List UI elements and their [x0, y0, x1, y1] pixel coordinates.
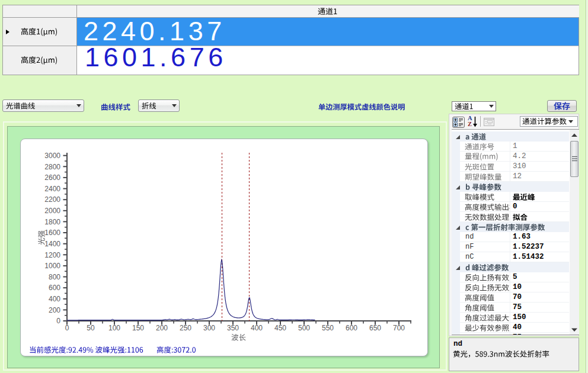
svg-text:100: 100	[108, 324, 120, 332]
svg-text:250: 250	[180, 324, 191, 332]
svg-text:1000: 1000	[44, 262, 60, 270]
svg-text:0: 0	[56, 317, 60, 325]
svg-text:0: 0	[65, 324, 69, 332]
svg-text:2000: 2000	[44, 207, 60, 215]
svg-text:700: 700	[393, 324, 405, 332]
svg-text:450: 450	[274, 324, 286, 332]
svg-text:3000: 3000	[44, 152, 60, 160]
svg-text:200: 200	[49, 306, 60, 314]
svg-text:300: 300	[203, 324, 215, 332]
svg-text:1200: 1200	[44, 251, 60, 259]
svg-text:1400: 1400	[44, 240, 60, 248]
svg-text:550: 550	[322, 324, 334, 332]
svg-text:400: 400	[251, 324, 263, 332]
svg-text:2600: 2600	[44, 173, 60, 182]
svg-text:1600: 1600	[44, 229, 60, 237]
svg-text:600: 600	[346, 324, 357, 332]
svg-text:600: 600	[49, 284, 60, 292]
svg-text:500: 500	[298, 324, 310, 332]
svg-text:400: 400	[49, 295, 60, 303]
svg-text:150: 150	[132, 324, 144, 332]
svg-text:800: 800	[49, 273, 60, 281]
svg-text:2200: 2200	[44, 195, 60, 204]
svg-text:50: 50	[87, 324, 95, 332]
svg-text:1800: 1800	[44, 218, 60, 226]
svg-text:2800: 2800	[44, 163, 60, 171]
svg-text:350: 350	[227, 324, 239, 332]
svg-text:650: 650	[369, 324, 381, 332]
svg-text:200: 200	[156, 324, 168, 332]
svg-text:2400: 2400	[44, 185, 60, 193]
